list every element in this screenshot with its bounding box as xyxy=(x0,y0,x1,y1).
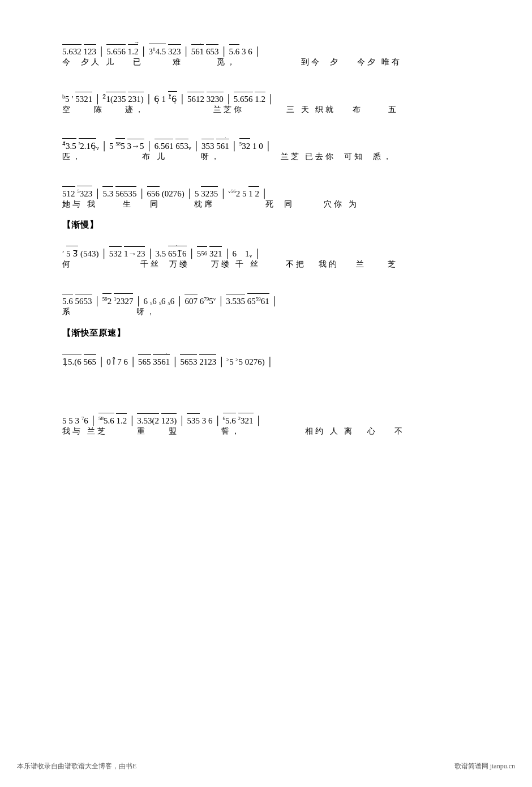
bar-line: │ xyxy=(138,47,148,57)
bar-line: │ xyxy=(96,47,106,57)
bar-line: │ xyxy=(144,95,154,104)
footer: 本乐谱收录自曲谱歌谱大全博客，由书E 歌谱简谱网 jianpu.cn xyxy=(0,762,532,771)
lyric-row-3: 匹， 布 儿 呀， 兰芝 已去你 可知 悉， xyxy=(62,151,470,162)
bar-line: │ xyxy=(263,142,273,151)
bar-line: │ xyxy=(269,297,280,306)
bar-line: │ xyxy=(177,416,187,426)
bar-line: │ xyxy=(222,249,232,259)
bar-line: │ xyxy=(128,357,138,367)
notation-row-2: b5 ′ 5321 │ 2̃1(235 231) │ 6̣ 1 1̃6̣ xyxy=(62,78,470,104)
row-8: 5 5 3 76 │ 585.6 1.2 │ 3.53(2 123) xyxy=(62,400,470,437)
notation-row-4: 512 5323 │ 5.3 56535 │ 656 (0276) xyxy=(62,173,470,199)
bar-line: │ xyxy=(254,416,264,426)
bar-line: │ xyxy=(185,189,195,199)
bar-line: │ xyxy=(99,249,109,259)
bar-line: │ xyxy=(181,47,191,57)
bar-line: │ xyxy=(99,142,109,151)
section-label-jiankuai: 【渐快至原速】 xyxy=(62,328,470,339)
bar-line: │ xyxy=(224,95,234,104)
bar-line: │ xyxy=(174,297,185,306)
bar-line: │ xyxy=(265,357,275,367)
notation-row-7: 1̣5.(6 565 │ 0 i̊ 7 6 │ 565 3 xyxy=(62,341,470,367)
bar-line: │ xyxy=(170,357,180,367)
row-2: b5 ′ 5321 │ 2̃1(235 231) │ 6̣ 1 1̃6̣ xyxy=(62,78,470,116)
lyric-row-7 xyxy=(62,367,470,378)
lyric-row-4: 她与 我 生 同 枕席 死 同 穴你 为 xyxy=(62,199,470,210)
footer-right: 歌谱简谱网 jianpu.cn xyxy=(454,762,515,771)
section-label-jianman: 【渐慢】 xyxy=(62,220,470,230)
bar-line: │ xyxy=(259,189,269,199)
notation-row-5: ′ 5 3̈ (543) │ 532 1→23 │ 3.5 651̈·6 xyxy=(62,233,470,259)
bar-line: │ xyxy=(218,189,228,199)
bar-line: │ xyxy=(252,249,263,259)
row-7: 1̣5.(6 565 │ 0 i̊ 7 6 │ 565 3 xyxy=(62,341,470,378)
page: 5.632 123 │ 5.656 1.2→ xyxy=(0,0,532,787)
bar-line: │ xyxy=(191,142,201,151)
notation-row-3: 4̃3.5 ²2.16̣ v │ 5 585 3→5 │ 6.561 xyxy=(62,125,470,151)
row-6: 5.6 5653 │ 592 12327 │ 6 56 56 xyxy=(62,280,470,318)
lyric-row-6: 系 呀， xyxy=(62,306,470,318)
main-content: 5.632 123 │ 5.656 1.2→ xyxy=(34,17,498,486)
lyric-row-5: 何 千丝 万缕 万缕 千 丝 不把 我的 兰 芝 xyxy=(62,259,470,270)
bar-line: │ xyxy=(216,357,226,367)
bar-line: │ xyxy=(145,249,155,259)
lyric-row-8: 我与 兰芝 重 盟 誓， 相约 人 离 心 不 xyxy=(62,426,470,437)
notation-row-8: 5 5 3 76 │ 585.6 1.2 │ 3.53(2 123) xyxy=(62,400,470,426)
spacer xyxy=(62,388,470,400)
bar-line: │ xyxy=(92,95,102,104)
bar-line: │ xyxy=(187,249,197,259)
bar-line: │ xyxy=(218,47,229,57)
row-3: 4̃3.5 ²2.16̣ v │ 5 585 3→5 │ 6.561 xyxy=(62,125,470,162)
bar-line: │ xyxy=(212,416,222,426)
bar-line: │ xyxy=(92,297,102,306)
bar-line: │ xyxy=(96,357,106,367)
notation-row-6: 5.6 5653 │ 592 12327 │ 6 56 56 xyxy=(62,280,470,306)
row-1: 5.632 123 │ 5.656 1.2→ xyxy=(62,31,470,68)
bar-line: │ xyxy=(136,189,147,199)
lyric-row-2: 空 陈 迹， 兰芝你 三 天 织就 布 五 xyxy=(62,104,470,116)
bar-line: │ xyxy=(144,142,155,151)
bar-line: │ xyxy=(252,47,263,57)
notation-row-1: 5.632 123 │ 5.656 1.2→ xyxy=(62,31,470,57)
bar-line: │ xyxy=(216,297,226,306)
bar-line: │ xyxy=(265,95,276,104)
footer-left: 本乐谱收录自曲谱歌谱大全博客，由书E xyxy=(17,762,136,771)
bar-line: │ xyxy=(88,416,98,426)
bar-line: │ xyxy=(229,142,239,151)
bar-line: │ xyxy=(127,416,137,426)
row-5: ′ 5 3̈ (543) │ 532 1→23 │ 3.5 651̈·6 xyxy=(62,233,470,270)
row-4: 512 5323 │ 5.3 56535 │ 656 (0276) xyxy=(62,173,470,210)
bar-line: │ xyxy=(177,95,187,104)
bar-line: │ xyxy=(92,189,102,199)
bar-line: │ xyxy=(133,297,143,306)
lyric-row-1: 今 夕人 儿 已 难 觅， 到今 夕 今夕 唯有 xyxy=(62,57,470,68)
